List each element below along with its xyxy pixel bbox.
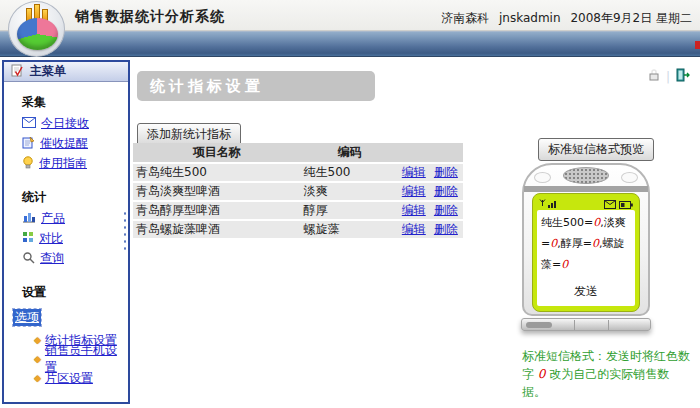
sms-preview-button[interactable]: 标准短信格式预览 xyxy=(538,138,654,161)
logo-pie-chart xyxy=(17,18,58,50)
username: jnskadmin xyxy=(499,11,561,25)
user-info: 济南森科 jnskadmin 2008年9月2日 星期二 xyxy=(435,10,692,27)
diamond-bullet-icon: ◆ xyxy=(34,354,41,364)
code-cell: 淡爽 xyxy=(301,182,399,201)
memo-pencil-icon xyxy=(22,136,35,152)
project-name-cell: 青岛纯生500 xyxy=(133,163,301,182)
sidebar-link-collect-reminder[interactable]: 催收提醒 xyxy=(40,135,88,152)
page-title: 统计指标设置 xyxy=(137,71,375,101)
sidebar-item-query[interactable]: 查询 xyxy=(22,251,124,266)
column-header-code: 编码 xyxy=(301,143,399,163)
date-label: 2008年9月2日 星期二 xyxy=(570,11,692,25)
sidebar-item-compare[interactable]: 对比 xyxy=(22,231,124,246)
column-header-delete xyxy=(431,143,463,163)
edit-link[interactable]: 编辑 xyxy=(402,165,426,179)
phone-earpiece-grille xyxy=(563,167,609,184)
phone-speaker-hole xyxy=(621,172,638,183)
logout-door-icon[interactable] xyxy=(676,67,690,86)
code-cell: 纯生500 xyxy=(301,163,399,182)
search-icon xyxy=(22,251,35,267)
table-header-row: 项目名称 编码 xyxy=(133,143,463,163)
project-name-cell: 青岛醇厚型啤酒 xyxy=(133,201,301,220)
phone-base-divider xyxy=(574,320,575,330)
sidebar-link-product[interactable]: 产品 xyxy=(41,210,65,227)
edit-link[interactable]: 编辑 xyxy=(402,222,426,236)
phone-base xyxy=(521,318,651,331)
project-name-cell: 青岛淡爽型啤酒 xyxy=(133,182,301,201)
column-header-edit xyxy=(399,143,431,163)
table-row: 青岛螺旋藻啤酒 螺旋藻 编辑 删除 xyxy=(133,220,463,239)
lightbulb-icon xyxy=(22,156,34,172)
header-blue-bar: Sales data statistics system | xyxy=(0,31,700,57)
note-check-icon xyxy=(11,62,24,81)
header-top-strip: 销售数据统计分析系统 济南森科 jnskadmin 2008年9月2日 星期二 xyxy=(0,0,700,31)
sms-format-note: 标准短信格式：发送时将红色数字 0 改为自己的实际销售数据。 xyxy=(522,347,692,401)
column-header-name: 项目名称 xyxy=(133,143,301,163)
phone-preview: 纯生500=0,淡爽=0,醇厚=0,螺旋藻=0 发送 xyxy=(521,163,653,335)
sidebar-resize-handle[interactable] xyxy=(123,210,127,252)
delete-link[interactable]: 删除 xyxy=(434,222,458,236)
sidebar-title: 主菜单 xyxy=(30,63,66,80)
phone-trim-band xyxy=(524,186,648,192)
icon-divider: | xyxy=(666,70,670,84)
diamond-bullet-icon: ◆ xyxy=(34,373,41,383)
envelope-icon xyxy=(22,117,36,131)
delete-link[interactable]: 删除 xyxy=(434,184,458,198)
indicator-table: 项目名称 编码 青岛纯生500 纯生500 编辑 删除 青岛淡爽型啤酒 淡爽 编… xyxy=(133,143,463,240)
table-row: 青岛醇厚型啤酒 醇厚 编辑 删除 xyxy=(133,201,463,220)
compare-grid-icon xyxy=(22,231,34,246)
sidebar-header: 主菜单 xyxy=(4,62,128,82)
sidebar-link-compare[interactable]: 对比 xyxy=(39,230,63,247)
sidebar-subitem-salesman-phone-settings[interactable]: ◆ 销售员手机设置 xyxy=(34,352,124,366)
phone-speaker-hole xyxy=(534,172,551,183)
sidebar-link-today-receive[interactable]: 今日接收 xyxy=(41,115,89,132)
delete-link[interactable]: 删除 xyxy=(434,203,458,217)
phone-base-notch xyxy=(526,322,552,328)
sms-text: 纯生500=0,淡爽=0,醇厚=0,螺旋藻=0 xyxy=(541,216,626,271)
company-name: 济南森科 xyxy=(441,11,489,25)
project-name-cell: 青岛螺旋藻啤酒 xyxy=(133,220,301,239)
phone-base-divider xyxy=(608,320,609,330)
app-window: 销售数据统计分析系统 济南森科 jnskadmin 2008年9月2日 星期二 … xyxy=(0,0,700,408)
sidebar-link-options-selected[interactable]: 选项 xyxy=(13,309,41,326)
sidebar-item-product[interactable]: 产品 xyxy=(22,211,124,226)
phone-status-bar xyxy=(533,194,639,210)
screen-edge-artifact xyxy=(695,41,700,49)
send-label: 发送 xyxy=(537,280,635,303)
edit-link[interactable]: 编辑 xyxy=(402,184,426,198)
phone-body: 纯生500=0,淡爽=0,醇厚=0,螺旋藻=0 发送 xyxy=(522,163,650,316)
bar-chart-icon xyxy=(22,211,36,226)
sidebar-link-district-settings[interactable]: 片区设置 xyxy=(45,370,93,387)
delete-link[interactable]: 删除 xyxy=(434,165,458,179)
section-label-statistics: 统计 xyxy=(22,189,124,206)
sidebar: 主菜单 采集 今日接收 催收提醒 使用指南 统计 产品 xyxy=(2,60,130,404)
sidebar-item-collect-reminder[interactable]: 催收提醒 xyxy=(22,136,124,151)
sms-number: 0 xyxy=(561,258,568,271)
sms-number: 0 xyxy=(592,237,599,250)
sidebar-item-today-receive[interactable]: 今日接收 xyxy=(22,116,124,131)
sms-message-box: 纯生500=0,淡爽=0,醇厚=0,螺旋藻=0 发送 xyxy=(537,210,635,306)
app-title: 销售数据统计分析系统 xyxy=(75,8,225,26)
table-row: 青岛纯生500 纯生500 编辑 删除 xyxy=(133,163,463,182)
sidebar-link-query[interactable]: 查询 xyxy=(40,250,64,267)
section-label-settings: 设置 xyxy=(22,284,124,301)
edit-link[interactable]: 编辑 xyxy=(402,203,426,217)
code-cell: 醇厚 xyxy=(301,201,399,220)
code-cell: 螺旋藻 xyxy=(301,220,399,239)
app-logo-icon xyxy=(8,1,65,57)
sidebar-item-user-guide[interactable]: 使用指南 xyxy=(22,156,124,171)
table-row: 青岛淡爽型啤酒 淡爽 编辑 删除 xyxy=(133,182,463,201)
section-label-collection: 采集 xyxy=(22,94,124,111)
diamond-bullet-icon: ◆ xyxy=(34,335,41,345)
lock-icon[interactable] xyxy=(648,67,660,86)
sidebar-link-user-guide[interactable]: 使用指南 xyxy=(39,155,87,172)
phone-screen: 纯生500=0,淡爽=0,醇厚=0,螺旋藻=0 发送 xyxy=(532,193,640,312)
sidebar-menu: 采集 今日接收 催收提醒 使用指南 统计 产品 对比 xyxy=(4,82,128,385)
